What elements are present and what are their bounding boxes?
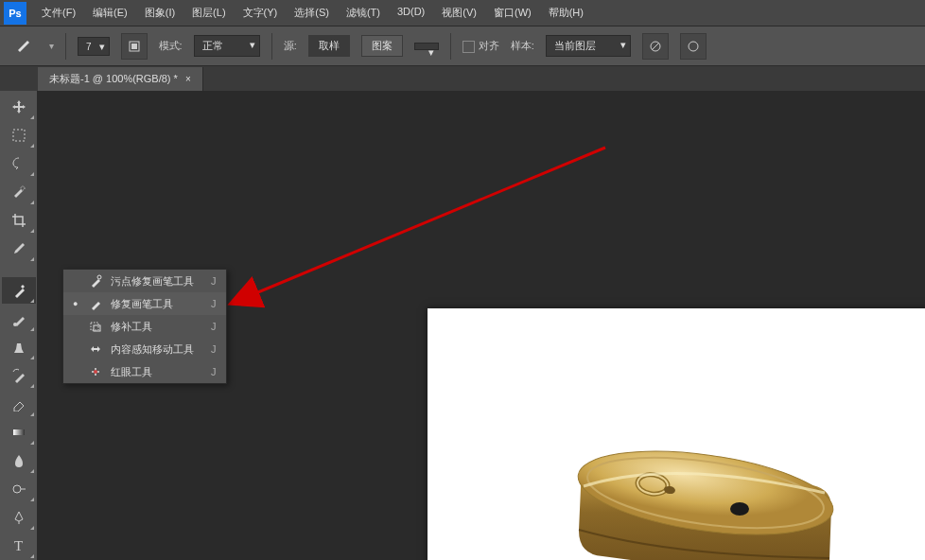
flyout-mark: ●	[73, 299, 80, 308]
brush-panel-toggle-icon[interactable]	[121, 33, 148, 60]
svg-point-21	[94, 370, 97, 374]
menu-window[interactable]: 窗口(W)	[486, 2, 539, 24]
flyout-healing-brush[interactable]: ● 修复画笔工具 J	[63, 292, 226, 315]
mode-label: 模式:	[159, 39, 183, 53]
flyout-label: 修补工具	[111, 320, 194, 334]
flyout-label: 红眼工具	[111, 365, 194, 379]
flyout-label: 修复画笔工具	[111, 297, 194, 311]
menu-view[interactable]: 视图(V)	[434, 2, 484, 24]
pattern-picker[interactable]	[414, 43, 439, 50]
separator	[450, 33, 451, 60]
flyout-label: 内容感知移动工具	[111, 342, 194, 357]
red-eye-icon	[88, 364, 103, 379]
align-label: 对齐	[479, 40, 499, 51]
eraser-tool[interactable]	[2, 391, 36, 417]
sample-dropdown[interactable]: 当前图层	[546, 35, 631, 57]
menu-type[interactable]: 文字(Y)	[236, 2, 286, 24]
dodge-tool[interactable]	[2, 476, 36, 502]
canvas[interactable]	[428, 308, 925, 560]
quick-select-tool[interactable]	[2, 179, 36, 205]
svg-point-4	[689, 42, 698, 51]
tool-flyout: 污点修复画笔工具 J ● 修复画笔工具 J 修补工具 J 内容感知移动工具 J …	[62, 269, 227, 384]
canvas-image	[428, 308, 925, 560]
menu-select[interactable]: 选择(S)	[287, 2, 337, 24]
tool-chevron-icon[interactable]: ▾	[49, 41, 54, 51]
mode-dropdown[interactable]: 正常	[194, 35, 260, 57]
eyedropper-tool[interactable]	[2, 236, 36, 262]
flyout-shortcut: J	[211, 275, 217, 287]
blur-tool[interactable]	[2, 447, 36, 474]
ignore-adjustment-icon[interactable]	[642, 33, 669, 60]
type-tool[interactable]: T	[2, 533, 36, 559]
svg-line-3	[652, 43, 659, 50]
pressure-size-icon[interactable]	[680, 33, 707, 60]
source-label: 源:	[284, 39, 297, 53]
svg-rect-1	[131, 44, 137, 49]
svg-point-9	[13, 485, 21, 493]
healing-brush-icon	[88, 296, 103, 311]
align-checkbox[interactable]	[462, 41, 475, 53]
flyout-content-aware-move[interactable]: 内容感知移动工具 J	[63, 338, 226, 360]
options-bar: ▾ 7 模式: 正常 源: 取样 图案 对齐 样本: 当前图层	[0, 26, 925, 66]
clone-stamp-tool[interactable]	[2, 334, 36, 360]
document-tabbar: 未标题-1 @ 100%(RGB/8) * ×	[0, 66, 925, 91]
menubar: 文件(F) 编辑(E) 图象(I) 图层(L) 文字(Y) 选择(S) 滤镜(T…	[34, 2, 591, 24]
healing-brush-tool[interactable]	[2, 277, 36, 304]
menu-filter[interactable]: 滤镜(T)	[339, 2, 388, 24]
flyout-shortcut: J	[211, 343, 217, 355]
flyout-spot-healing[interactable]: 污点修复画笔工具 J	[63, 270, 226, 292]
align-checkbox-wrap[interactable]: 对齐	[462, 39, 499, 53]
menu-file[interactable]: 文件(F)	[34, 2, 83, 24]
svg-rect-20	[94, 325, 100, 331]
content-aware-move-icon	[88, 341, 103, 357]
svg-point-16	[730, 502, 749, 516]
spot-healing-icon	[88, 273, 103, 289]
current-tool-icon[interactable]	[9, 32, 38, 61]
lasso-tool[interactable]	[2, 150, 36, 177]
menu-layer[interactable]: 图层(L)	[184, 2, 233, 24]
titlebar: Ps 文件(F) 编辑(E) 图象(I) 图层(L) 文字(Y) 选择(S) 滤…	[0, 0, 925, 26]
flyout-shortcut: J	[211, 298, 217, 309]
menu-help[interactable]: 帮助(H)	[541, 2, 591, 24]
separator	[271, 33, 272, 60]
menu-edit[interactable]: 编辑(E)	[85, 2, 135, 24]
app-logo: Ps	[4, 2, 26, 25]
svg-rect-19	[91, 323, 98, 330]
sample-label: 样本:	[511, 39, 534, 53]
marquee-tool[interactable]	[2, 122, 36, 149]
flyout-shortcut: J	[211, 366, 217, 377]
svg-point-18	[97, 275, 101, 279]
patch-icon	[88, 319, 103, 334]
svg-line-17	[253, 148, 605, 294]
svg-rect-5	[13, 130, 25, 141]
svg-point-7	[13, 323, 17, 326]
flyout-shortcut: J	[211, 321, 217, 332]
source-sample-button[interactable]: 取样	[308, 35, 350, 57]
brush-tool[interactable]	[2, 306, 36, 332]
crop-tool[interactable]	[2, 207, 36, 234]
flyout-patch[interactable]: 修补工具 J	[63, 315, 226, 338]
gradient-tool[interactable]	[2, 419, 36, 446]
svg-rect-8	[13, 429, 25, 435]
source-pattern-button[interactable]: 图案	[361, 35, 403, 57]
menu-3d[interactable]: 3D(D)	[390, 2, 432, 24]
toolbar: T	[0, 91, 38, 560]
separator	[65, 33, 66, 60]
history-brush-tool[interactable]	[2, 362, 36, 389]
menu-image[interactable]: 图象(I)	[137, 2, 183, 24]
move-tool[interactable]	[2, 94, 36, 120]
pen-tool[interactable]	[2, 504, 36, 531]
svg-point-6	[21, 186, 25, 190]
document-tab[interactable]: 未标题-1 @ 100%(RGB/8) * ×	[38, 67, 203, 91]
brush-preset-picker[interactable]: 7	[78, 37, 110, 56]
document-tab-title: 未标题-1 @ 100%(RGB/8) *	[49, 72, 178, 86]
flyout-label: 污点修复画笔工具	[111, 274, 194, 289]
flyout-red-eye[interactable]: 红眼工具 J	[63, 360, 226, 383]
close-icon[interactable]: ×	[185, 74, 191, 84]
